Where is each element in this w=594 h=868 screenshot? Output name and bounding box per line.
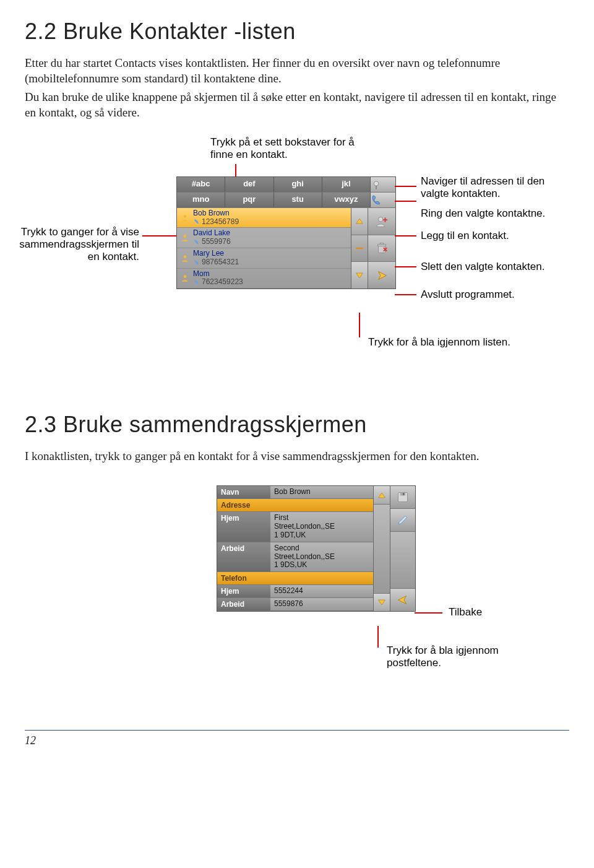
sum-val-workaddr: Second Street,London,,SE 1 9DS,UK [270, 542, 373, 571]
callout-navigate: Naviger til adressen til den valgte kont… [421, 175, 569, 200]
svg-rect-7 [379, 246, 385, 253]
letters-tab-abc[interactable]: #abc [177, 177, 225, 192]
letters-tab-vwxyz[interactable]: vwxyz [322, 193, 371, 207]
letters-row-1[interactable]: #abc def ghi jkl [177, 177, 395, 193]
section22-para1: Etter du har startet Contacts vises kont… [25, 56, 569, 86]
letters-row-2[interactable]: mno pqr stu vwxyz [177, 193, 395, 208]
redline [395, 201, 416, 202]
scroll-track[interactable] [374, 505, 390, 594]
contact-name: Mom [193, 270, 243, 279]
redline [377, 626, 379, 648]
redline [142, 235, 176, 237]
person-icon [181, 254, 189, 263]
page-number: 12 [25, 734, 36, 747]
sum-val-homeaddr: First Street,London,,SE 1 9DT,UK [270, 512, 373, 541]
scroll-track[interactable] [351, 235, 368, 263]
side-spacer [390, 532, 415, 589]
contact-phone: 5559976 [202, 238, 231, 246]
callout-letters: Trykk på et sett bokstaver for å finne e… [210, 136, 371, 161]
sum-label-homeaddr: Hjem [217, 512, 270, 541]
person-icon [181, 274, 189, 282]
svg-point-4 [184, 276, 187, 279]
person-icon [181, 214, 189, 222]
sum-section-address: Adresse [217, 499, 270, 511]
redline [395, 266, 416, 267]
contact-phone: 7623459223 [202, 278, 243, 287]
svg-point-6 [379, 217, 383, 222]
contact-row[interactable]: Mom7623459223 [177, 269, 351, 289]
person-icon [181, 233, 189, 242]
callout-add: Legg til en kontakt. [421, 230, 509, 242]
sum-section-phone: Telefon [217, 572, 270, 584]
callout-call: Ring den valgte kontaktne. [421, 207, 545, 220]
contact-name: Bob Brown [193, 209, 239, 218]
callout-exit: Avslutt programmet. [421, 289, 515, 301]
callout-back: Tilbake [449, 606, 482, 618]
contact-list[interactable]: Bob Brown123456789 David Lake5559976 Mar… [177, 208, 351, 289]
callout-delete: Slett den valgte kontakten. [421, 261, 544, 273]
nav-pin-icon[interactable] [371, 177, 395, 192]
letters-tab-ghi[interactable]: ghi [274, 177, 322, 192]
contact-name: Mary Lee [193, 250, 239, 258]
sum-val-name: Bob Brown [270, 486, 373, 498]
svg-point-1 [184, 215, 187, 218]
scroll-down-button[interactable] [351, 262, 368, 289]
callout-scroll2: Trykk for å bla igjennom postfeltene. [387, 644, 517, 669]
exit-button[interactable] [368, 262, 395, 289]
svg-rect-5 [356, 248, 363, 249]
save-icon[interactable] [390, 486, 415, 509]
scroll-up-button[interactable] [351, 208, 368, 235]
svg-rect-12 [403, 493, 405, 495]
redline [359, 313, 360, 337]
edit-icon[interactable] [390, 509, 415, 532]
delete-contact-button[interactable] [368, 235, 395, 263]
svg-point-3 [184, 255, 187, 258]
contact-row[interactable]: Mary Lee987654321 [177, 248, 351, 269]
redline [395, 294, 416, 295]
sum-label-name: Navn [217, 486, 270, 498]
add-contact-button[interactable] [368, 208, 395, 235]
scroll-down-button[interactable] [374, 594, 390, 612]
sum-label-workaddr: Arbeid [217, 542, 270, 571]
sum-val-homephone: 5552244 [270, 585, 373, 597]
contact-phone: 987654321 [202, 258, 239, 267]
redline [395, 186, 416, 187]
letters-tab-def[interactable]: def [225, 177, 273, 192]
contact-row-selected[interactable]: Bob Brown123456789 [177, 208, 351, 228]
svg-point-0 [374, 181, 379, 186]
section22-para2: Du kan bruke de ulike knappene på skjerm… [25, 90, 569, 120]
callout-doubletap: Trykk to ganger for å vise sammendragssk… [15, 226, 139, 263]
letters-tab-mno[interactable]: mno [177, 193, 225, 207]
letters-tab-stu[interactable]: stu [274, 193, 322, 207]
svg-point-2 [184, 235, 187, 238]
letters-tab-pqr[interactable]: pqr [225, 193, 273, 207]
contact-row[interactable]: David Lake5559976 [177, 228, 351, 248]
callout-scroll: Trykk for å bla igjennom listen. [368, 336, 510, 349]
back-button[interactable] [390, 589, 415, 611]
contact-name: David Lake [193, 229, 231, 238]
section-heading-23: 2.3 Bruke sammendragsskjermen [25, 412, 569, 438]
letters-tab-jkl[interactable]: jkl [322, 177, 371, 192]
footer-rule: 12 [25, 730, 569, 747]
redline [395, 235, 416, 237]
svg-rect-9 [380, 243, 384, 245]
sum-label-workphone: Arbeid [217, 598, 270, 610]
redline [235, 164, 236, 178]
call-icon[interactable] [371, 193, 395, 207]
section-heading-22: 2.2 Bruke Kontakter -listen [25, 19, 569, 45]
redline [415, 612, 442, 614]
sum-val-workphone: 5559876 [270, 598, 373, 610]
scroll-up-button[interactable] [374, 486, 390, 505]
contact-phone: 123456789 [202, 218, 239, 227]
section23-para: I konaktlisten, trykk to ganger på en ko… [25, 449, 569, 464]
sum-label-homephone: Hjem [217, 585, 270, 597]
